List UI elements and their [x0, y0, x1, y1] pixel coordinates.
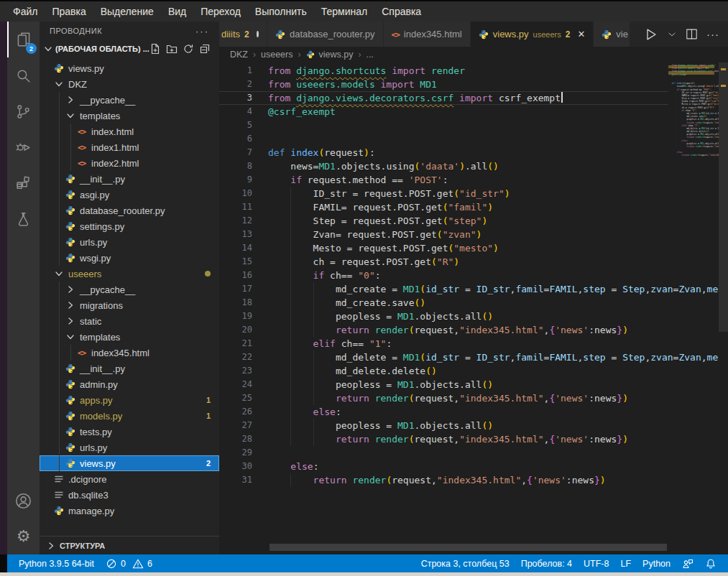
tree-item-migrations[interactable]: migrations — [40, 297, 219, 313]
code-line-31[interactable]: 31 return render(request,"index345.html"… — [668, 154, 719, 157]
code-line-3[interactable]: 3from django.views.decorators.csrf impor… — [219, 91, 668, 105]
tree-item-apps.py[interactable]: apps.py1 — [40, 392, 219, 408]
tree-item-admin.py[interactable]: admin.py — [40, 376, 219, 392]
new-folder-icon[interactable] — [166, 43, 178, 55]
code-line-9[interactable]: 9 if request.method == 'POST': — [219, 173, 668, 187]
tree-item-urls.py[interactable]: urls.py — [40, 234, 219, 250]
tree-item-index345.html[interactable]: <>index345.html — [40, 345, 219, 361]
menu-item-Файл[interactable]: Файл — [6, 4, 45, 19]
tree-item-templates[interactable]: templates — [40, 329, 219, 345]
breadcrumb-segment-useeers[interactable]: useeers — [261, 50, 292, 60]
code-line-14[interactable]: 14 Mesto = request.POST.get("mesto") — [219, 241, 668, 255]
tree-item-index2.html[interactable]: <>index2.html — [40, 155, 219, 171]
tree-item-views.py[interactable]: views.py — [40, 60, 219, 76]
code-line-16[interactable]: 16 if ch== "0": — [219, 269, 668, 282]
tree-item-DKZ[interactable]: DKZ — [40, 76, 219, 92]
activitybar-testing[interactable] — [7, 201, 40, 237]
activitybar-account[interactable] — [7, 483, 40, 519]
code-line-11[interactable]: 11 FAMIL= request.POST.get("famil") — [219, 200, 668, 214]
code-line-23[interactable]: 23 md_delete.delete() — [219, 364, 668, 378]
code-line-19[interactable]: 19 peopless = MD1.objects.all() — [219, 310, 668, 323]
code-line-8[interactable]: 8 news=MD1.objects.using('daata').all() — [219, 159, 668, 173]
tree-item-__init__.py[interactable]: __init__.py — [40, 361, 219, 376]
new-file-icon[interactable] — [149, 43, 161, 55]
status-cursor-position[interactable]: Строка 3, столбец 53 — [415, 559, 515, 569]
menu-item-Правка[interactable]: Правка — [45, 4, 93, 19]
activitybar-run-debug[interactable] — [7, 129, 40, 165]
tree-item-views.py[interactable]: views.py2 — [40, 455, 219, 471]
activitybar-source-control[interactable] — [7, 93, 40, 129]
tab-vie[interactable]: vie — [594, 22, 630, 47]
status-problems[interactable]: 06 — [100, 554, 158, 572]
refresh-icon[interactable] — [183, 43, 194, 55]
code-line-20[interactable]: 20 return render(request,"index345.html"… — [219, 323, 668, 337]
tree-item-__init__.py[interactable]: __init__.py — [40, 171, 219, 187]
code-line-26[interactable]: 26 else: — [219, 405, 668, 419]
menu-item-Вид[interactable]: Вид — [161, 4, 193, 19]
tab-views.py[interactable]: views.pyuseeers2✕ — [471, 22, 594, 47]
code-line-27[interactable]: 27 peopless = MD1.objects.all() — [219, 419, 668, 432]
more-actions-button[interactable]: ··· — [706, 28, 719, 40]
code-line-7[interactable]: 7def index(request): — [219, 146, 668, 159]
close-icon[interactable]: ✕ — [577, 29, 585, 40]
tree-item-.dcignore[interactable]: .dcignore — [40, 471, 219, 487]
activitybar-settings[interactable]: ⚙ — [7, 519, 40, 554]
menu-item-Терминал[interactable]: Терминал — [314, 4, 374, 19]
tree-item-manage.py[interactable]: manage.py — [40, 503, 219, 519]
activitybar-search[interactable] — [7, 57, 40, 93]
tree-item-tests.py[interactable]: tests.py — [40, 424, 219, 440]
code-line-13[interactable]: 13 Zvan= request.POST.get("zvan") — [219, 228, 668, 241]
code-line-5[interactable]: 5 — [219, 119, 668, 132]
workspace-section-header[interactable]: (РАБОЧАЯ ОБЛАСТЬ) ... — [40, 40, 219, 57]
code-line-18[interactable]: 18 md_create.save() — [219, 296, 668, 310]
tree-item-models.py[interactable]: models.py1 — [40, 408, 219, 424]
status-eol[interactable]: LF — [614, 559, 637, 569]
menu-item-Переход[interactable]: Переход — [193, 4, 248, 19]
code-line-10[interactable]: 10 ID_str = request.POST.get("id_str") — [219, 187, 668, 200]
code-line-21[interactable]: 21 elif ch== "1": — [219, 337, 668, 350]
explorer-more-actions-button[interactable]: ··· — [195, 26, 209, 37]
tab-index345.html[interactable]: <>index345.html — [384, 22, 470, 47]
horizontal-scrollbar[interactable] — [269, 544, 667, 551]
tree-item-settings.py[interactable]: settings.py — [40, 218, 219, 234]
tree-item-static[interactable]: static — [40, 313, 219, 329]
code-line-25[interactable]: 25 return render(request,"index345.html"… — [219, 391, 668, 405]
status-encoding[interactable]: UTF-8 — [578, 559, 614, 569]
code-line-12[interactable]: 12 Step = request.POST.get("step") — [219, 214, 668, 228]
tree-item-templates[interactable]: templates — [40, 108, 219, 124]
code-line-4[interactable]: 4@csrf_exempt — [219, 105, 668, 119]
status-notifications[interactable] — [699, 558, 722, 570]
menu-item-Справка[interactable]: Справка — [374, 4, 428, 19]
vertical-scrollbar[interactable] — [719, 62, 728, 332]
code-line-22[interactable]: 22 md_delete = MD1(id_str = ID_str,famil… — [219, 350, 668, 364]
activitybar-extensions[interactable] — [7, 165, 40, 201]
tree-item-asgi.py[interactable]: asgi.py — [40, 187, 219, 203]
status-feedback[interactable] — [676, 558, 699, 570]
activitybar-explorer[interactable]: 2 — [7, 22, 40, 57]
code-line-31[interactable]: 31 return render(request,"index345.html"… — [219, 473, 668, 487]
menu-item-Выделение[interactable]: Выделение — [93, 4, 161, 19]
minimap[interactable]: 1from django.shortcuts import render2fro… — [668, 64, 719, 552]
tree-item-wsgi.py[interactable]: wsgi.py — [40, 250, 219, 266]
code-line-24[interactable]: 24 peopless = MD1.objects.all() — [219, 378, 668, 391]
run-dropdown-button[interactable] — [667, 29, 677, 40]
breadcrumb-segment-...[interactable]: ... — [366, 50, 373, 60]
code-line-6[interactable]: 6 — [219, 132, 668, 146]
collapse-all-icon[interactable] — [199, 43, 211, 55]
tree-item-useeers[interactable]: useeers — [40, 266, 219, 282]
tree-item-urls.py[interactable]: urls.py — [40, 440, 219, 455]
code-line-30[interactable]: 30 else: — [219, 460, 668, 473]
status-interpreter[interactable]: Python 3.9.5 64-bit — [13, 554, 100, 572]
tab-database_roouter.py[interactable]: database_roouter.py — [267, 22, 383, 47]
code-line-1[interactable]: 1from django.shortcuts import render — [219, 64, 668, 78]
code-line-17[interactable]: 17 md_create = MD1(id_str = ID_str,famil… — [219, 282, 668, 296]
run-button[interactable] — [643, 27, 659, 42]
code-line-29[interactable]: 29 — [219, 446, 668, 460]
code-line-28[interactable]: 28 return render(request,"index345.html"… — [219, 432, 668, 446]
menu-item-Выполнить[interactable]: Выполнить — [248, 4, 314, 19]
outline-section-header[interactable]: СТРУКТУРА — [40, 536, 219, 554]
tree-item-database_roouter.py[interactable]: database_roouter.py — [40, 203, 219, 218]
breadcrumb-segment-views.py[interactable]: views.py — [305, 50, 353, 60]
code-line-2[interactable]: 2from useeers.models import MD1 — [219, 78, 668, 91]
tree-item-index.html[interactable]: <>index.html — [40, 124, 219, 139]
